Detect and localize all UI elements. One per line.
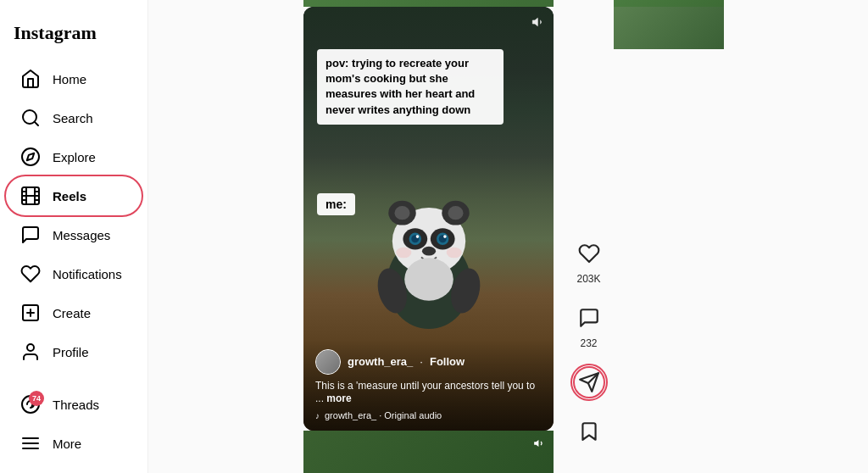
svg-marker-41 <box>534 440 538 447</box>
reel-top-partial <box>303 0 554 7</box>
comment-count: 232 <box>580 337 597 349</box>
sidebar-item-label-threads: Threads <box>53 398 99 412</box>
sidebar-item-label-more: More <box>53 437 81 451</box>
comment-button[interactable] <box>573 302 605 334</box>
svg-point-33 <box>415 235 419 238</box>
more-icon <box>20 433 41 454</box>
sidebar-item-threads[interactable]: 74 Threads <box>7 386 141 423</box>
sidebar-item-label-notifications: Notifications <box>53 267 122 281</box>
reel-description: This is a 'measure until your ancestors … <box>315 380 542 406</box>
right-top-bar <box>614 0 724 7</box>
svg-line-1 <box>35 122 38 125</box>
reel-action-sidebar: 203K 232 <box>565 237 614 473</box>
threads-icon: 74 <box>20 394 41 415</box>
reel-caption-mid: me: <box>317 193 355 215</box>
sidebar-item-create[interactable]: Create <box>7 294 141 331</box>
like-count: 203K <box>576 273 600 285</box>
sidebar-item-messages[interactable]: Messages <box>7 216 141 253</box>
more-action[interactable] <box>573 465 605 473</box>
svg-point-15 <box>27 344 34 351</box>
sidebar-item-label-home: Home <box>53 72 86 86</box>
save-action[interactable] <box>573 415 605 448</box>
main-content: pov: trying to recreate your mom's cooki… <box>148 0 868 473</box>
reel-audio-row: ♪ growth_era_ · Original audio <box>315 410 542 420</box>
like-action[interactable]: 203K <box>573 237 605 285</box>
threads-badge: 74 <box>29 391 44 406</box>
svg-point-36 <box>396 248 411 259</box>
sidebar-item-label-explore: Explore <box>53 150 96 164</box>
svg-point-25 <box>394 206 409 220</box>
audio-icon: ♪ <box>315 411 320 420</box>
sidebar-item-home[interactable]: Home <box>7 60 141 97</box>
app-logo[interactable]: Instagram <box>0 10 147 59</box>
sidebar-item-label-reels: Reels <box>53 189 86 203</box>
sidebar-item-profile[interactable]: Profile <box>7 333 141 370</box>
reel-overlay-bottom: growth_era_ · Follow This is a 'measure … <box>303 339 554 431</box>
svg-point-40 <box>404 258 453 300</box>
svg-point-2 <box>22 148 39 165</box>
avatar <box>315 349 341 375</box>
home-icon <box>20 69 41 89</box>
sidebar-nav: Home Search Explore <box>0 59 147 463</box>
sidebar-item-label-search: Search <box>53 111 93 125</box>
create-icon <box>20 303 41 323</box>
reel-dot: · <box>420 355 423 368</box>
reel-card-main: pov: trying to recreate your mom's cooki… <box>303 7 554 431</box>
svg-marker-3 <box>27 153 34 160</box>
save-button[interactable] <box>573 415 605 448</box>
panda-character <box>361 176 497 329</box>
reel-more-link[interactable]: more <box>326 392 351 404</box>
svg-point-34 <box>443 235 447 238</box>
messages-icon <box>20 225 41 245</box>
sidebar-item-label-profile: Profile <box>53 345 89 359</box>
sidebar-item-notifications[interactable]: Notifications <box>7 255 141 292</box>
like-button[interactable] <box>573 237 605 270</box>
search-icon <box>20 108 41 128</box>
reel-card-next <box>303 431 554 473</box>
sidebar-item-label-messages: Messages <box>53 228 110 242</box>
sound-icon[interactable] <box>531 15 545 31</box>
reel-audio-text: growth_era_ · Original audio <box>325 410 442 420</box>
svg-point-35 <box>421 247 435 256</box>
sidebar-item-reels[interactable]: Reels <box>7 177 141 214</box>
next-reel-sound-icon[interactable] <box>533 437 545 452</box>
reel-user-row: growth_era_ · Follow <box>315 349 542 375</box>
svg-marker-20 <box>532 18 537 25</box>
svg-point-26 <box>448 206 463 220</box>
share-action[interactable] <box>573 366 605 398</box>
reels-icon <box>20 186 41 206</box>
share-button[interactable] <box>573 366 605 398</box>
reel-username[interactable]: growth_era_ <box>348 355 413 368</box>
right-thumbnail <box>614 7 724 49</box>
reel-caption-top: pov: trying to recreate your mom's cooki… <box>317 49 504 125</box>
sidebar-item-more[interactable]: More <box>7 425 141 462</box>
reel-video-bg: pov: trying to recreate your mom's cooki… <box>303 7 554 431</box>
notifications-icon <box>20 264 41 284</box>
profile-icon <box>20 342 41 362</box>
sidebar-item-search[interactable]: Search <box>7 99 141 136</box>
comment-action[interactable]: 232 <box>573 302 605 349</box>
sidebar-item-explore[interactable]: Explore <box>7 138 141 175</box>
more-button[interactable] <box>573 465 605 473</box>
feed-area: pov: trying to recreate your mom's cooki… <box>148 0 868 473</box>
svg-point-37 <box>446 248 461 259</box>
feed-container: pov: trying to recreate your mom's cooki… <box>293 0 565 473</box>
reel-follow-button[interactable]: Follow <box>430 355 465 368</box>
sidebar-item-label-create: Create <box>53 306 91 320</box>
feed-wrapper: pov: trying to recreate your mom's cooki… <box>293 0 724 473</box>
sidebar: Instagram Home Search <box>0 0 148 473</box>
right-area <box>614 0 724 49</box>
explore-icon <box>20 147 41 167</box>
